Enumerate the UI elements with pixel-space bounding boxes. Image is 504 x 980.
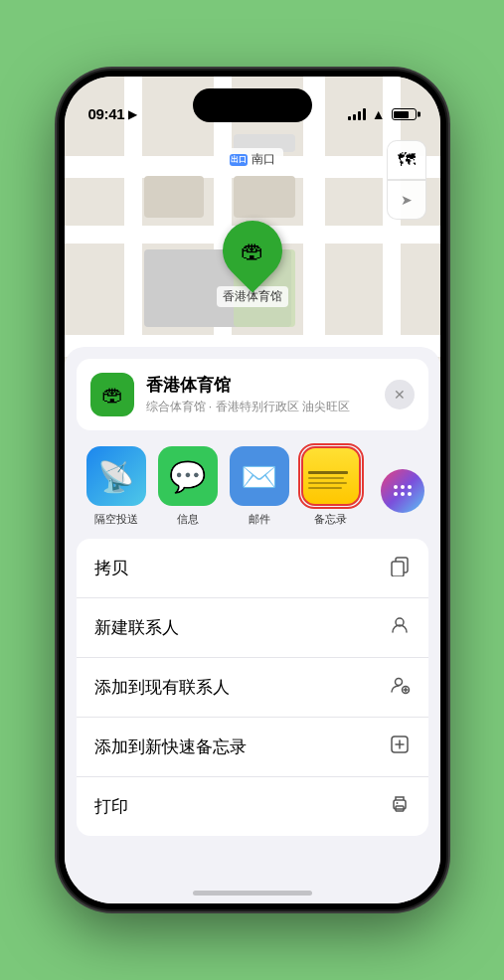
copy-label: 拷贝 xyxy=(94,557,128,579)
copy-icon xyxy=(389,555,411,581)
action-list: 拷贝 新建联系人 xyxy=(77,539,428,836)
add-existing-label: 添加到现有联系人 xyxy=(94,676,230,699)
dynamic-island xyxy=(193,88,312,122)
new-contact-label: 新建联系人 xyxy=(94,616,179,639)
venue-description: 综合体育馆 · 香港特别行政区 油尖旺区 xyxy=(146,399,415,415)
print-icon xyxy=(389,793,411,820)
share-row: 📡 隔空投送 💬 信息 ✉️ 邮件 xyxy=(65,430,440,531)
add-existing-icon xyxy=(389,674,411,701)
battery-icon xyxy=(392,108,417,120)
location-pin: 🏟 香港体育馆 xyxy=(217,221,288,307)
airdrop-label: 隔空投送 xyxy=(94,512,138,527)
messages-icon: 💬 xyxy=(158,446,218,506)
messages-emoji: 💬 xyxy=(169,459,206,494)
mail-icon: ✉️ xyxy=(230,446,289,506)
svg-rect-1 xyxy=(392,562,404,576)
airdrop-icon: 📡 xyxy=(86,446,146,506)
map-icon: 🗺 xyxy=(398,150,416,171)
more-options-icon xyxy=(373,461,432,521)
share-more[interactable] xyxy=(367,453,438,521)
close-button[interactable]: ✕ xyxy=(385,380,415,409)
status-icons: ▲ xyxy=(348,106,417,122)
pin-emoji: 🏟 xyxy=(241,237,264,264)
wifi-icon: ▲ xyxy=(372,106,386,122)
location-arrow-icon: ▶ xyxy=(128,107,137,121)
share-mail[interactable]: ✉️ 邮件 xyxy=(224,446,295,527)
map-view-button[interactable]: 🗺 xyxy=(387,140,426,180)
share-notes[interactable]: 备忘录 xyxy=(295,446,367,527)
pin-marker: 🏟 xyxy=(210,209,294,293)
phone-screen: 09:41 ▶ ▲ xyxy=(65,77,440,903)
svg-point-3 xyxy=(395,679,402,686)
action-add-notes[interactable]: 添加到新快速备忘录 xyxy=(77,718,428,777)
action-add-existing[interactable]: 添加到现有联系人 xyxy=(77,658,428,718)
add-notes-icon xyxy=(389,734,411,760)
map-label-text: 南口 xyxy=(252,151,275,168)
status-time: 09:41 xyxy=(88,105,125,122)
venue-icon: 🏟 xyxy=(90,373,134,416)
print-label: 打印 xyxy=(94,795,128,818)
share-messages[interactable]: 💬 信息 xyxy=(152,446,224,527)
map-controls: 🗺 ➤ xyxy=(387,140,426,220)
bottom-sheet: 🏟 香港体育馆 综合体育馆 · 香港特别行政区 油尖旺区 ✕ 📡 隔空投送 xyxy=(65,347,440,903)
action-new-contact[interactable]: 新建联系人 xyxy=(77,598,428,658)
action-copy[interactable]: 拷贝 xyxy=(77,539,428,598)
mail-label: 邮件 xyxy=(249,512,270,527)
share-airdrop[interactable]: 📡 隔空投送 xyxy=(81,446,152,527)
compass-icon: ➤ xyxy=(401,192,413,208)
add-notes-label: 添加到新快速备忘录 xyxy=(94,735,247,758)
signal-bars-icon xyxy=(348,108,366,120)
venue-emoji: 🏟 xyxy=(101,382,123,408)
airdrop-emoji: 📡 xyxy=(97,459,134,494)
new-contact-icon xyxy=(389,614,411,641)
home-indicator xyxy=(193,891,312,896)
notes-icon xyxy=(301,446,361,506)
venue-card: 🏟 香港体育馆 综合体育馆 · 香港特别行政区 油尖旺区 ✕ xyxy=(77,359,428,430)
map-street-label: 出口 南口 xyxy=(222,148,283,171)
venue-name: 香港体育馆 xyxy=(146,374,415,397)
action-print[interactable]: 打印 xyxy=(77,777,428,836)
map-label-prefix: 出口 xyxy=(230,154,248,166)
mail-emoji: ✉️ xyxy=(241,459,277,494)
venue-info: 香港体育馆 综合体育馆 · 香港特别行政区 油尖旺区 xyxy=(146,374,415,415)
compass-button[interactable]: ➤ xyxy=(387,180,426,220)
messages-label: 信息 xyxy=(177,512,199,527)
svg-point-12 xyxy=(396,802,398,804)
notes-label: 备忘录 xyxy=(314,512,347,527)
phone-frame: 09:41 ▶ ▲ xyxy=(59,71,446,909)
